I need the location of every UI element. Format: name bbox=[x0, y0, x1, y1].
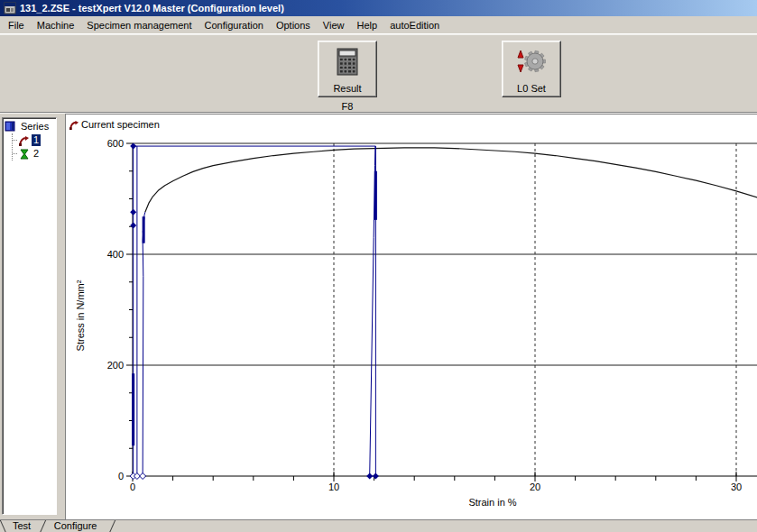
menu-item-autoedition[interactable]: autoEdition bbox=[383, 18, 446, 32]
svg-text:600: 600 bbox=[107, 138, 124, 149]
menu-item-help[interactable]: Help bbox=[351, 18, 384, 32]
work-area: Series 12 Current specimen 0102030020040… bbox=[0, 113, 757, 519]
x-axis-title: Strain in % bbox=[468, 497, 516, 508]
tree-connector bbox=[13, 140, 17, 141]
tree-item-label: 2 bbox=[32, 148, 41, 160]
menu-item-file[interactable]: File bbox=[2, 18, 31, 32]
chart-series bbox=[134, 146, 757, 476]
series-icon bbox=[5, 121, 16, 133]
svg-text:0: 0 bbox=[130, 482, 135, 492]
tree-connector bbox=[13, 153, 17, 154]
toolbar: ResultF8L0 Set bbox=[0, 34, 757, 113]
svg-text:400: 400 bbox=[107, 249, 124, 260]
app-icon bbox=[4, 2, 16, 14]
trace-hysteresis bbox=[143, 212, 145, 476]
stress-strain-chart[interactable]: 01020300200400600Strain in %Stress in N/… bbox=[66, 115, 757, 522]
stress-strain-curve bbox=[145, 148, 757, 212]
svg-text:20: 20 bbox=[530, 482, 540, 492]
chart-markers bbox=[130, 143, 379, 480]
result-shortcut: F8 bbox=[318, 101, 377, 112]
menu-item-configuration[interactable]: Configuration bbox=[198, 18, 270, 32]
y-axis-title: Stress in N/mm² bbox=[75, 280, 86, 351]
tab-configure[interactable]: Configure bbox=[54, 521, 97, 531]
menu-item-options[interactable]: Options bbox=[270, 18, 317, 32]
gear-arrows-icon bbox=[503, 41, 560, 83]
tree-item-2[interactable]: 2 bbox=[13, 147, 56, 161]
chart-panel: Current specimen 01020300200400600Strain… bbox=[65, 114, 757, 522]
series-tree-panel: Series 12 bbox=[2, 117, 57, 515]
curve-icon bbox=[69, 120, 79, 130]
tree-item-1[interactable]: 1 bbox=[13, 133, 56, 147]
data-marker-open bbox=[140, 473, 146, 480]
specimen-icon bbox=[19, 149, 30, 160]
tree-item-label: 1 bbox=[32, 134, 41, 146]
svg-text:30: 30 bbox=[731, 482, 742, 492]
curve-icon bbox=[19, 135, 30, 146]
menu-item-machine[interactable]: Machine bbox=[31, 18, 81, 32]
result-button[interactable]: Result bbox=[318, 41, 377, 97]
data-marker-filled bbox=[366, 473, 373, 480]
tab-test[interactable]: Test bbox=[13, 521, 31, 531]
tree-children: 12 bbox=[12, 133, 56, 161]
data-marker-filled bbox=[130, 209, 136, 216]
tree-root-label: Series bbox=[19, 121, 51, 133]
l0-set-button-label: L0 Set bbox=[517, 83, 546, 94]
chart-header: Current specimen bbox=[69, 119, 160, 130]
application-window: 131_2.ZSE - testXpert V12.0 Master (Conf… bbox=[0, 0, 757, 532]
data-marker-filled bbox=[130, 143, 136, 150]
l0-set-button[interactable]: L0 Set bbox=[502, 41, 561, 97]
chart-axes bbox=[126, 143, 757, 482]
svg-text:0: 0 bbox=[118, 471, 124, 482]
tab-edge bbox=[0, 519, 7, 532]
data-marker-filled bbox=[130, 223, 136, 229]
result-button-label: Result bbox=[333, 83, 361, 94]
title-bar: 131_2.ZSE - testXpert V12.0 Master (Conf… bbox=[0, 0, 757, 16]
tab-edge bbox=[108, 519, 116, 532]
sheet-tab-bar: TestConfigure bbox=[0, 519, 757, 532]
chart-labels: 01020300200400600Strain in %Stress in N/… bbox=[75, 138, 742, 508]
svg-text:10: 10 bbox=[328, 482, 339, 492]
tree-root-series[interactable]: Series bbox=[5, 120, 56, 133]
calculator-icon bbox=[318, 41, 376, 83]
tab-edge bbox=[39, 519, 47, 532]
menu-bar: FileMachineSpecimen managementConfigurat… bbox=[0, 16, 757, 34]
data-marker-filled bbox=[373, 473, 379, 480]
svg-text:200: 200 bbox=[107, 360, 124, 371]
chart-title: Current specimen bbox=[81, 119, 160, 130]
menu-item-view[interactable]: View bbox=[317, 18, 351, 32]
menu-item-specimen-management[interactable]: Specimen management bbox=[80, 18, 198, 32]
chart-grid bbox=[133, 143, 757, 476]
window-title: 131_2.ZSE - testXpert V12.0 Master (Conf… bbox=[20, 3, 284, 14]
